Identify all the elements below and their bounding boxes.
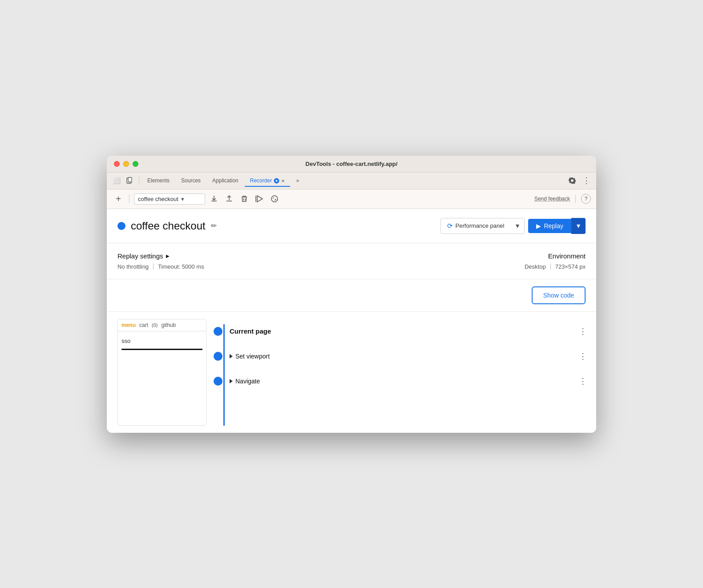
recorder-tab-label: Recorder — [250, 177, 272, 184]
export-button[interactable] — [208, 193, 220, 205]
step-more-set-viewport[interactable]: ⋮ — [577, 350, 589, 362]
dropdown-chevron: ▾ — [181, 196, 184, 202]
recording-header: coffee checkout ✏ ⟳ Performance panel ▾ … — [107, 209, 596, 243]
environment-heading: Environment — [525, 252, 586, 260]
edit-title-icon[interactable]: ✏ — [211, 222, 217, 230]
settings-expand-icon: ▶ — [166, 254, 170, 258]
step-dot-navigate — [214, 377, 222, 386]
replay-dropdown-button[interactable]: ▾ — [571, 218, 586, 234]
close-button[interactable] — [114, 161, 120, 167]
settings-detail-separator — [153, 263, 154, 270]
tab-application[interactable]: Application — [207, 175, 244, 186]
preview-input-area: sso — [121, 337, 202, 350]
preview-cart-text: cart — [139, 322, 148, 328]
preview-bar — [121, 349, 202, 350]
env-desktop-label: Desktop — [525, 263, 546, 270]
settings-section: Replay settings ▶ No throttling Timeout:… — [107, 243, 596, 279]
step-expand-icon-navigate — [230, 379, 233, 383]
recording-name: coffee checkout — [138, 196, 178, 202]
svg-point-3 — [276, 180, 278, 181]
settings-details: No throttling Timeout: 5000 ms — [117, 263, 525, 270]
step-more-current-page[interactable]: ⋮ — [577, 325, 589, 338]
play-button[interactable] — [253, 193, 266, 205]
title-bar: DevTools - coffee-cart.netlify.app/ — [107, 156, 596, 173]
env-detail-separator — [550, 263, 551, 270]
performance-panel-button[interactable]: ⟳ Performance panel — [440, 218, 511, 234]
devtools-right-icons: ⋮ — [566, 174, 593, 187]
more-options-icon[interactable]: ⋮ — [580, 174, 593, 187]
devtools-tab-bar: ⬜️ Elements Sources Application Recorder… — [107, 173, 596, 189]
show-code-section: Show code — [107, 279, 596, 312]
close-recorder-tab[interactable]: × — [281, 177, 285, 184]
step-set-viewport: Set viewport ⋮ — [214, 344, 589, 369]
step-label-navigate-container: Navigate — [230, 378, 570, 385]
main-content: coffee checkout ✏ ⟳ Performance panel ▾ … — [107, 209, 596, 433]
step-more-navigate[interactable]: ⋮ — [577, 375, 589, 387]
step-dot-current-page — [214, 327, 222, 336]
preview-cart-count: (0) — [152, 322, 158, 328]
replay-settings-heading[interactable]: Replay settings ▶ — [117, 252, 525, 260]
step-current-page: Current page ⋮ — [214, 319, 589, 344]
replay-label: Replay — [544, 222, 563, 230]
svg-marker-4 — [257, 196, 263, 202]
settings-right: Environment Desktop 723×574 px — [525, 252, 586, 270]
tab-elements[interactable]: Elements — [142, 175, 175, 186]
step-expand-icon-viewport — [230, 354, 233, 358]
toolbar-right: Send feedback ? — [534, 194, 591, 204]
show-code-button[interactable]: Show code — [532, 286, 586, 304]
replay-settings-label: Replay settings — [117, 252, 163, 260]
step-label-navigate: Navigate — [235, 378, 570, 385]
recording-status-dot — [117, 222, 125, 230]
recording-title: coffee checkout — [131, 220, 206, 232]
tab-recorder[interactable]: Recorder × — [245, 175, 290, 187]
toolbar-separator — [129, 194, 129, 203]
svg-rect-1 — [128, 177, 132, 182]
devtools-window: DevTools - coffee-cart.netlify.app/ ⬜️ E… — [107, 156, 596, 433]
tab-more[interactable]: » — [291, 175, 305, 186]
recording-selector[interactable]: coffee checkout ▾ — [134, 193, 205, 205]
replay-button[interactable]: ▶ Replay — [528, 219, 571, 233]
env-size-label: 723×574 px — [555, 263, 586, 270]
preview-body: sso — [118, 331, 206, 352]
tab-sources[interactable]: Sources — [176, 175, 206, 186]
step-navigate: Navigate ⋮ — [214, 369, 589, 394]
preview-menu-link: menu — [121, 322, 136, 328]
steps-section: menu cart (0) github sso — [107, 312, 596, 433]
step-label-set-viewport: Set viewport — [235, 353, 570, 360]
cursor-icon[interactable]: ⬜️ — [110, 174, 123, 187]
steps-timeline: Current page ⋮ Set viewport ⋮ — [206, 319, 596, 426]
feedback-separator — [575, 194, 576, 203]
settings-left: Replay settings ▶ No throttling Timeout:… — [117, 252, 525, 270]
perf-panel-icon: ⟳ — [447, 222, 453, 230]
step-label-set-viewport-container: Set viewport — [230, 353, 570, 360]
device-icon[interactable] — [124, 174, 136, 187]
svg-point-6 — [271, 196, 278, 202]
window-title: DevTools - coffee-cart.netlify.app/ — [306, 161, 398, 167]
timeout-label: Timeout: 5000 ms — [158, 263, 204, 270]
add-recording-button[interactable]: + — [112, 193, 125, 205]
no-throttling-label: No throttling — [117, 263, 149, 270]
preview-sso-text: sso — [121, 337, 202, 345]
record-button[interactable] — [268, 193, 281, 205]
header-right-actions: ⟳ Performance panel ▾ ▶ Replay ▾ — [440, 218, 586, 234]
performance-panel-label: Performance panel — [456, 222, 505, 229]
steps-preview-thumbnail: menu cart (0) github sso — [117, 319, 206, 426]
recorder-icon — [274, 178, 279, 184]
replay-play-icon: ▶ — [536, 222, 541, 230]
traffic-lights — [114, 161, 138, 167]
step-dot-set-viewport — [214, 352, 222, 361]
recorder-toolbar: + coffee checkout ▾ — [107, 189, 596, 209]
delete-button[interactable] — [238, 193, 250, 205]
import-button[interactable] — [223, 193, 235, 205]
environment-details: Desktop 723×574 px — [525, 263, 586, 270]
maximize-button[interactable] — [133, 161, 138, 167]
performance-panel-dropdown[interactable]: ▾ — [510, 218, 525, 234]
help-button[interactable]: ? — [581, 194, 591, 204]
minimize-button[interactable] — [123, 161, 129, 167]
preview-github-link: github — [161, 322, 176, 328]
tab-separator — [139, 176, 139, 185]
send-feedback-link[interactable]: Send feedback — [534, 196, 570, 202]
preview-nav-bar: menu cart (0) github — [118, 319, 206, 331]
settings-icon[interactable] — [566, 174, 578, 187]
step-label-current-page: Current page — [230, 327, 570, 335]
